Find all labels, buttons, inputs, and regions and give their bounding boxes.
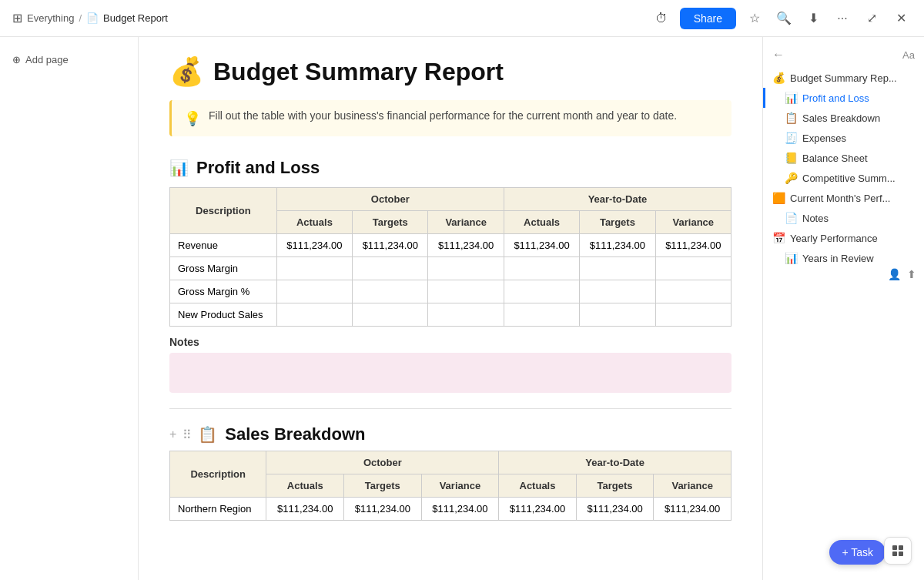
- pl-row-oct-variance: $111,234.00: [428, 234, 504, 257]
- rs-icons-row: 👤 ⬆: [763, 268, 924, 287]
- rs-item-icon: 📒: [785, 152, 798, 164]
- pl-row-oct-actuals: [276, 280, 352, 303]
- sidebar-item-current-month[interactable]: 🟧 Current Month's Perf...: [763, 188, 924, 208]
- sidebar-item-profit-loss[interactable]: 📊 Profit and Loss: [763, 88, 924, 108]
- add-page-label: Add page: [25, 54, 69, 65]
- pl-row-ytd-variance: [655, 280, 731, 303]
- pl-row-oct-actuals: $111,234.00: [276, 234, 352, 257]
- pl-row-ytd-actuals: [504, 280, 579, 303]
- sb-row-ytd-variance: $111,234.00: [654, 498, 732, 521]
- sidebar-item-expenses[interactable]: 🧾 Expenses: [763, 128, 924, 148]
- topbar: ⊞ Everything / 📄 Budget Report ⏱ Share ☆…: [0, 0, 924, 37]
- table-row: Gross Margin: [170, 257, 732, 280]
- sales-title: Sales Breakdown: [225, 424, 365, 444]
- sb-row-desc: Northern Region: [170, 498, 266, 521]
- sidebar-item-sales-breakdown[interactable]: 📋 Sales Breakdown: [763, 108, 924, 128]
- history-icon[interactable]: ⏱: [651, 8, 672, 29]
- pl-row-ytd-targets: $111,234.00: [580, 234, 655, 257]
- pl-row-oct-targets: [353, 257, 428, 280]
- rs-item-icon: 📅: [772, 232, 785, 244]
- rs-header: ← Aa: [763, 45, 924, 68]
- pl-row-oct-targets: [353, 280, 428, 303]
- sb-ytd-actuals: Actuals: [499, 474, 577, 498]
- expand-icon[interactable]: ⤢: [861, 8, 882, 29]
- pl-row-oct-targets: [353, 303, 428, 327]
- drag-section-icon[interactable]: ⠿: [182, 427, 192, 442]
- rs-item-icon: 📋: [785, 112, 798, 124]
- pl-row-oct-variance: [428, 280, 504, 303]
- svg-rect-3: [899, 552, 903, 556]
- rs-item-label: Sales Breakdown: [802, 112, 880, 124]
- rs-item-label: Expenses: [802, 132, 846, 144]
- pl-row-desc: Gross Margin %: [170, 280, 277, 303]
- rs-item-icon: 📊: [785, 92, 798, 104]
- grid-view-button[interactable]: [884, 537, 912, 565]
- breadcrumb: ⊞ Everything / 📄 Budget Report: [12, 11, 168, 25]
- sb-row-oct-actuals: $111,234.00: [266, 498, 344, 521]
- pl-row-ytd-actuals: $111,234.00: [504, 234, 579, 257]
- share-button[interactable]: Share: [680, 8, 736, 29]
- star-icon[interactable]: ☆: [744, 8, 765, 29]
- pl-row-ytd-variance: $111,234.00: [655, 234, 731, 257]
- rs-item-label: Notes: [802, 213, 829, 224]
- pl-ytd-variance: Variance: [655, 211, 731, 234]
- pl-row-oct-actuals: [276, 303, 352, 327]
- sidebar-item-budget-summary[interactable]: 💰 Budget Summary Rep...: [763, 68, 924, 88]
- rs-text-size[interactable]: Aa: [902, 49, 915, 61]
- search-icon[interactable]: 🔍: [773, 8, 795, 29]
- more-icon[interactable]: ···: [832, 8, 853, 29]
- pl-oct-targets: Targets: [353, 211, 428, 234]
- pl-row-ytd-variance: [655, 303, 731, 327]
- table-row: Northern Region $111,234.00 $111,234.00 …: [170, 498, 732, 521]
- rs-item-label: Current Month's Perf...: [790, 193, 890, 204]
- sidebar-item-balance-sheet[interactable]: 📒 Balance Sheet: [763, 148, 924, 168]
- breadcrumb-separator: /: [79, 12, 82, 24]
- pl-row-desc: Revenue: [170, 234, 277, 257]
- sales-emoji: 📋: [198, 425, 217, 444]
- task-button[interactable]: + Task: [829, 540, 886, 565]
- table-row: Gross Margin %: [170, 280, 732, 303]
- notes-label: Notes: [169, 336, 732, 348]
- rs-upload-icon[interactable]: ⬆: [907, 268, 916, 280]
- rs-item-icon: 🧾: [785, 132, 798, 144]
- pl-oct-variance: Variance: [428, 211, 504, 234]
- left-sidebar: ⊕ Add page: [0, 37, 139, 580]
- table-row: Revenue $111,234.00 $111,234.00 $111,234…: [170, 234, 732, 257]
- rs-collapse-button[interactable]: ←: [772, 48, 785, 62]
- rs-person-icon[interactable]: 👤: [888, 268, 901, 280]
- pl-row-ytd-targets: [580, 303, 655, 327]
- topbar-right: ⏱ Share ☆ 🔍 ⬇ ··· ⤢ ✕: [651, 8, 912, 29]
- sales-section-row: + ⠿ 📋 Sales Breakdown: [169, 424, 732, 444]
- pl-row-oct-variance: [428, 303, 504, 327]
- sidebar-item-notes[interactable]: 📄 Notes: [763, 208, 924, 228]
- sb-oct-variance: Variance: [421, 474, 499, 498]
- notes-box[interactable]: [169, 353, 732, 393]
- pl-row-oct-actuals: [276, 257, 352, 280]
- sidebar-item-yearly-performance[interactable]: 📅 Yearly Performance: [763, 228, 924, 248]
- breadcrumb-current: Budget Report: [103, 12, 168, 24]
- pl-ytd-header: Year-to-Date: [504, 188, 731, 211]
- rs-item-label: Years in Review: [802, 253, 874, 264]
- pl-desc-header: Description: [170, 188, 277, 234]
- pl-ytd-targets: Targets: [580, 211, 655, 234]
- table-row: New Product Sales: [170, 303, 732, 327]
- rs-item-label: Yearly Performance: [790, 233, 878, 244]
- pl-row-desc: New Product Sales: [170, 303, 277, 327]
- main-content: 💰 Budget Summary Report 💡 Fill out the t…: [139, 37, 762, 580]
- add-section-icon[interactable]: +: [169, 427, 176, 441]
- profit-loss-title: Profit and Loss: [196, 158, 320, 178]
- sb-ytd-header: Year-to-Date: [499, 451, 732, 474]
- sidebar-item-competitive[interactable]: 🔑 Competitive Summ...: [763, 168, 924, 188]
- breadcrumb-root[interactable]: Everything: [27, 12, 74, 24]
- sb-oct-header: October: [266, 451, 499, 474]
- sidebar-item-years-review[interactable]: 📊 Years in Review: [763, 248, 924, 268]
- add-page-button[interactable]: ⊕ Add page: [0, 49, 138, 70]
- sales-breakdown-table: Description October Year-to-Date Actuals…: [169, 451, 732, 521]
- rs-item-label: Balance Sheet: [802, 153, 868, 164]
- close-icon[interactable]: ✕: [890, 8, 912, 29]
- download-icon[interactable]: ⬇: [802, 8, 824, 29]
- sb-desc-header: Description: [170, 451, 266, 498]
- profit-loss-table: Description October Year-to-Date Actuals…: [169, 187, 732, 327]
- rs-item-label: Budget Summary Rep...: [790, 72, 897, 84]
- rs-item-icon: 🔑: [785, 172, 798, 184]
